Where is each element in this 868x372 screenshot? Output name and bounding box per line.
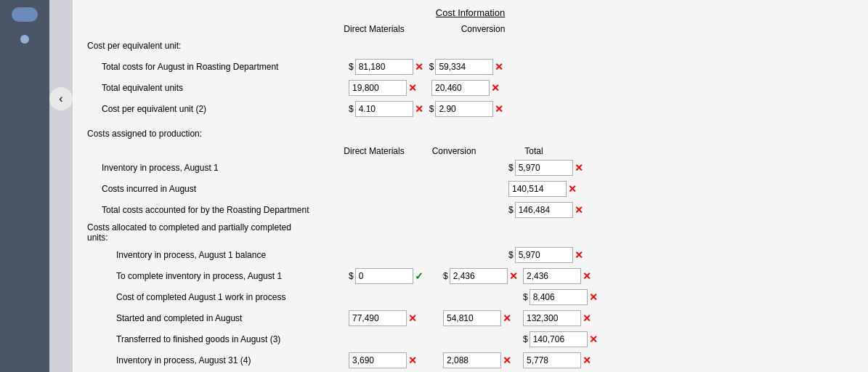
cost-per-unit-2-dm-clear[interactable]: ✕ bbox=[415, 103, 423, 115]
total-equiv-units-conv-input[interactable]: 20,460 bbox=[431, 80, 490, 96]
cost-completed-aug1-total-input[interactable] bbox=[530, 289, 588, 305]
total-equiv-units-dm-cell: 19,800 ✕ 20,460 ✕ bbox=[349, 80, 429, 96]
to-complete-inv-conv-cell: $ ✕ bbox=[443, 268, 523, 284]
conv-column-header: Conversion bbox=[443, 24, 523, 34]
started-completed-aug-total-clear[interactable]: ✕ bbox=[583, 312, 591, 324]
costs-incurred-aug-clear[interactable]: ✕ bbox=[568, 183, 577, 195]
section-title: Cost Information bbox=[87, 7, 853, 18]
total-costs-accounted-row: Total costs accounted for by the Roastin… bbox=[87, 201, 853, 219]
cost-per-unit-2-dm-cell: $ 4.10 ✕ $ 2.90 ✕ bbox=[349, 101, 429, 117]
total-costs-accounted-total-cell: $ ✕ bbox=[508, 202, 588, 218]
costs-allocated-label: Costs allocated to completed and partial… bbox=[87, 222, 334, 243]
started-completed-aug-dm-input[interactable] bbox=[349, 310, 407, 326]
inv-process-aug1-label: Inventory in process, August 1 bbox=[102, 163, 349, 173]
to-complete-conv-dollar: $ bbox=[443, 271, 448, 281]
inv-balance-total-cell: $ ✕ bbox=[508, 247, 588, 263]
costs-incurred-aug-total-input[interactable] bbox=[508, 181, 567, 197]
inv-process-aug1-dollar: $ bbox=[508, 163, 514, 173]
started-completed-aug-total-input[interactable] bbox=[523, 310, 581, 326]
inv-process-aug31-dm-cell: ✕ bbox=[349, 352, 443, 368]
cost-completed-aug1-total-cell: $ ✕ bbox=[523, 289, 603, 305]
cost-per-unit-2-label: Cost per equivalent unit (2) bbox=[102, 104, 349, 114]
cost-per-unit-2-conv-input[interactable]: 2.90 bbox=[435, 101, 493, 117]
conv-header-bottom: Conversion bbox=[414, 146, 494, 156]
inv-process-aug1-row: Inventory in process, August 1 $ ✕ bbox=[87, 159, 853, 177]
dm-dollar-sign-conv-1: $ bbox=[429, 62, 434, 72]
cpu-dm-dollar-sign: $ bbox=[349, 104, 354, 114]
costs-allocated-section: Costs allocated to completed and partial… bbox=[87, 222, 853, 372]
inv-balance-row: Inventory in process, August 1 balance $… bbox=[87, 246, 853, 264]
inv-process-aug31-total-input[interactable] bbox=[523, 352, 581, 368]
total-costs-accounted-label: Total costs accounted for by the Roastin… bbox=[102, 205, 349, 215]
total-equiv-units-conv-clear[interactable]: ✕ bbox=[491, 82, 500, 94]
inv-process-aug31-conv-input[interactable] bbox=[443, 352, 501, 368]
total-costs-august-conv-input[interactable]: 59,334 bbox=[435, 59, 493, 75]
inv-balance-label: Inventory in process, August 1 balance bbox=[116, 250, 349, 260]
inv-balance-clear[interactable]: ✕ bbox=[575, 249, 583, 261]
started-completed-aug-dm-cell: ✕ bbox=[349, 310, 443, 326]
to-complete-check[interactable]: ✓ bbox=[415, 270, 423, 282]
to-complete-inv-conv-input[interactable] bbox=[450, 268, 508, 284]
inv-process-aug31-conv-clear[interactable]: ✕ bbox=[503, 355, 511, 366]
total-costs-august-dm-cell: $ 81,180 ✕ $ 59,334 ✕ bbox=[349, 59, 429, 75]
costs-incurred-aug-label: Costs incurred in August bbox=[102, 184, 349, 194]
total-costs-accounted-dollar: $ bbox=[508, 205, 514, 215]
total-header-bottom: Total bbox=[494, 146, 574, 156]
started-completed-aug-conv-clear[interactable]: ✕ bbox=[503, 312, 511, 324]
sidebar bbox=[0, 0, 49, 372]
total-costs-august-row: Total costs for August in Roasting Depar… bbox=[87, 58, 853, 76]
back-arrow-button[interactable]: ‹ bbox=[49, 87, 73, 110]
transferred-finished-total-cell: $ ✕ bbox=[523, 331, 603, 347]
total-equiv-units-dm-clear[interactable]: ✕ bbox=[408, 82, 417, 94]
inv-process-aug1-clear[interactable]: ✕ bbox=[575, 162, 583, 174]
transferred-finished-clear[interactable]: ✕ bbox=[589, 333, 598, 345]
transferred-finished-dollar: $ bbox=[523, 334, 528, 344]
to-complete-inv-dm-cell: $ ✓ bbox=[349, 268, 443, 284]
inv-process-aug31-label: Inventory in process, August 31 (4) bbox=[116, 355, 349, 365]
total-equiv-units-row: Total equivalent units 19,800 ✕ 20,460 ✕ bbox=[87, 79, 853, 97]
started-completed-aug-total-cell: ✕ bbox=[523, 310, 603, 326]
started-completed-aug-conv-input[interactable] bbox=[443, 310, 501, 326]
inv-balance-total-input[interactable] bbox=[515, 247, 573, 263]
costs-incurred-aug-total-cell: ✕ bbox=[508, 181, 588, 197]
inv-process-aug31-dm-input[interactable] bbox=[349, 352, 407, 368]
app-logo bbox=[12, 7, 38, 22]
inv-process-aug31-conv-cell: ✕ bbox=[443, 352, 523, 368]
cost-completed-aug1-clear[interactable]: ✕ bbox=[589, 291, 598, 303]
cpu-conv-dollar-sign: $ bbox=[429, 104, 434, 114]
costs-assigned-section: Costs assigned to production: Direct Mat… bbox=[87, 125, 853, 219]
inv-process-aug31-total-cell: ✕ bbox=[523, 352, 603, 368]
cost-per-unit-section: Direct Materials Conversion Cost per equ… bbox=[87, 24, 853, 118]
to-complete-conv-clear[interactable]: ✕ bbox=[509, 270, 518, 282]
inv-process-aug31-total-clear[interactable]: ✕ bbox=[583, 355, 591, 366]
costs-assigned-label: Costs assigned to production: bbox=[87, 129, 334, 139]
to-complete-inv-dm-input[interactable] bbox=[355, 268, 413, 284]
cost-per-unit-2-row: Cost per equivalent unit (2) $ 4.10 ✕ $ … bbox=[87, 100, 853, 118]
transferred-finished-total-input[interactable] bbox=[530, 331, 588, 347]
to-complete-inv-row: To complete inventory in process, August… bbox=[87, 267, 853, 285]
inv-balance-dollar: $ bbox=[508, 250, 514, 260]
started-completed-aug-dm-clear[interactable]: ✕ bbox=[408, 312, 417, 324]
inv-process-aug1-total-cell: $ ✕ bbox=[508, 160, 588, 176]
total-costs-accounted-clear[interactable]: ✕ bbox=[575, 204, 583, 216]
costs-allocated-label-row: Costs allocated to completed and partial… bbox=[87, 222, 853, 243]
inv-process-aug31-row: Inventory in process, August 31 (4) ✕ ✕ … bbox=[87, 352, 853, 369]
to-complete-inv-total-input[interactable] bbox=[523, 268, 581, 284]
cost-completed-aug1-label: Cost of completed August 1 work in proce… bbox=[116, 292, 349, 302]
total-costs-august-dm-input[interactable]: 81,180 bbox=[355, 59, 413, 75]
nav-dot bbox=[20, 35, 29, 44]
total-equiv-units-dm-input[interactable]: 19,800 bbox=[349, 80, 407, 96]
cost-completed-aug1-row: Cost of completed August 1 work in proce… bbox=[87, 288, 853, 306]
cost-per-unit-2-dm-input[interactable]: 4.10 bbox=[355, 101, 413, 117]
to-complete-inv-total-cell: ✕ bbox=[523, 268, 603, 284]
inv-process-aug31-dm-clear[interactable]: ✕ bbox=[408, 355, 417, 366]
to-complete-total-clear[interactable]: ✕ bbox=[583, 270, 591, 282]
total-costs-accounted-total-input[interactable] bbox=[515, 202, 573, 218]
transferred-finished-row: Transferred to finished goods in August … bbox=[87, 331, 853, 348]
dm-column-header: Direct Materials bbox=[334, 24, 414, 34]
total-costs-august-dm-clear[interactable]: ✕ bbox=[415, 61, 423, 73]
cost-per-unit-2-conv-clear[interactable]: ✕ bbox=[495, 103, 503, 115]
total-costs-august-conv-clear[interactable]: ✕ bbox=[495, 61, 503, 73]
inv-process-aug1-total-input[interactable] bbox=[515, 160, 573, 176]
dm-header-bottom: Direct Materials bbox=[334, 146, 414, 156]
